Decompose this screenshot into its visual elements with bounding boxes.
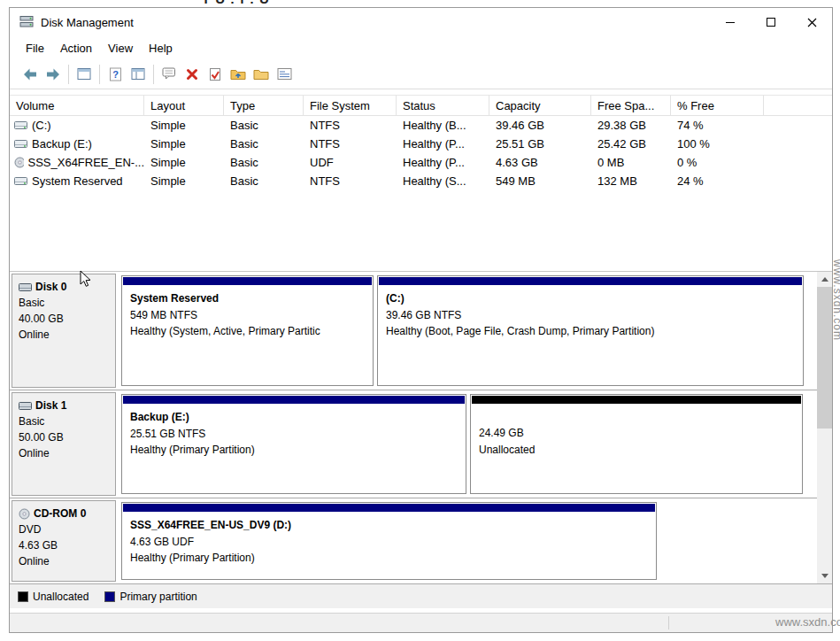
- volume-name: Backup (E:): [32, 137, 92, 151]
- title-bar: Disk Management: [10, 8, 832, 36]
- close-icon: [807, 18, 817, 27]
- legend-unallocated: Unallocated: [18, 591, 89, 603]
- partition-color-strip: [379, 277, 802, 285]
- app-icon: [19, 14, 34, 31]
- column-header-type[interactable]: Type: [224, 96, 304, 115]
- disk-1-partitions: Backup (E:) 25.51 GB NTFS Healthy (Prima…: [118, 390, 817, 498]
- cdrom-0-info[interactable]: CD-ROM 0 DVD 4.63 GB Online: [12, 500, 116, 582]
- layout-cell: Simple: [144, 137, 224, 151]
- status-bar-separator: [668, 616, 669, 629]
- maximize-button[interactable]: [751, 8, 791, 36]
- column-header-filler: [764, 96, 832, 115]
- folder-icon: [253, 67, 269, 81]
- scrollbar-thumb[interactable]: [817, 287, 832, 429]
- legend-bar: Unallocated Primary partition: [10, 583, 832, 608]
- status-cell: Healthy (P...: [397, 156, 489, 169]
- menu-file[interactable]: File: [18, 38, 52, 58]
- disk-status: Online: [19, 445, 109, 461]
- svg-text:?: ?: [112, 69, 119, 80]
- window-controls: [710, 8, 832, 36]
- disk-1-info[interactable]: Disk 1 Basic 50.00 GB Online: [12, 392, 116, 496]
- delete-button[interactable]: [181, 63, 204, 86]
- pct-free-cell: 0 %: [671, 156, 764, 169]
- pct-free-cell: 100 %: [671, 137, 764, 151]
- forward-button[interactable]: [42, 63, 65, 86]
- page: { "page": { "watermark_side": "www.sxdn.…: [0, 0, 840, 641]
- layout-cell: Simple: [144, 156, 224, 169]
- partition-status: Healthy (Boot, Page File, Crash Dump, Pr…: [386, 323, 795, 340]
- layout-cell: Simple: [144, 119, 224, 132]
- column-header-free-space[interactable]: Free Spa...: [591, 96, 671, 115]
- minimize-button[interactable]: [710, 8, 751, 36]
- scroll-down-button[interactable]: [817, 568, 832, 583]
- disk-icon: [19, 401, 32, 411]
- vertical-scrollbar[interactable]: [817, 272, 832, 583]
- partition-status: Unallocated: [479, 442, 794, 459]
- volume-row-backup-e[interactable]: Backup (E:) Simple Basic NTFS Healthy (P…: [10, 135, 832, 153]
- arrow-up-icon: [821, 277, 828, 282]
- volume-name-cell: (C:): [10, 119, 144, 132]
- partition-text: SSS_X64FREE_EN-US_DV9 (D:) 4.63 GB UDF H…: [122, 513, 656, 571]
- action-menu-button[interactable]: [158, 63, 181, 86]
- help-button[interactable]: ?: [104, 63, 127, 86]
- disk-0-row: Disk 0 Basic 40.00 GB Online System Rese…: [10, 272, 817, 390]
- menu-view[interactable]: View: [100, 38, 141, 58]
- partition-c[interactable]: (C:) 39.46 GB NTFS Healthy (Boot, Page F…: [377, 275, 804, 386]
- menu-help[interactable]: Help: [141, 38, 181, 58]
- disk-name-label: CD-ROM 0: [34, 506, 86, 521]
- disk-size: 40.00 GB: [19, 311, 109, 327]
- volume-row-dvd[interactable]: SSS_X64FREE_EN-... Simple Basic UDF Heal…: [10, 153, 832, 172]
- folder-button[interactable]: [250, 63, 273, 86]
- volume-row-c[interactable]: (C:) Simple Basic NTFS Healthy (B... 39.…: [10, 116, 832, 135]
- cd-icon: [14, 157, 24, 168]
- column-header-status[interactable]: Status: [397, 96, 489, 115]
- folder-up-button[interactable]: [227, 63, 250, 86]
- partition-unallocated[interactable]: 24.49 GB Unallocated: [470, 394, 803, 494]
- disk-status: Online: [19, 327, 109, 343]
- partition-text: System Reserved 549 MB NTFS Healthy (Sys…: [122, 286, 373, 344]
- disk-1-row: Disk 1 Basic 50.00 GB Online Backup (E:)…: [10, 390, 817, 498]
- disk-0-info[interactable]: Disk 0 Basic 40.00 GB Online: [12, 274, 116, 388]
- column-header-volume[interactable]: Volume: [10, 96, 144, 115]
- partition-system-reserved[interactable]: System Reserved 549 MB NTFS Healthy (Sys…: [121, 275, 374, 386]
- red-x-icon: [186, 68, 198, 81]
- column-header-layout[interactable]: Layout: [144, 96, 224, 115]
- properties-button[interactable]: [273, 63, 296, 86]
- minimize-icon: [726, 22, 735, 23]
- legend-label: Unallocated: [33, 591, 89, 603]
- column-header-pct-free[interactable]: % Free: [671, 96, 764, 115]
- menu-action[interactable]: Action: [52, 38, 100, 58]
- partition-color-strip: [123, 277, 372, 285]
- scroll-up-button[interactable]: [817, 272, 832, 287]
- file-system-cell: UDF: [304, 156, 397, 169]
- disk-name-label: Disk 0: [35, 279, 66, 295]
- show-console-tree-button[interactable]: [127, 63, 150, 86]
- type-cell: Basic: [224, 119, 304, 132]
- type-cell: Basic: [224, 156, 304, 169]
- drive-icon: [14, 139, 27, 149]
- check-document-icon: [208, 67, 222, 81]
- file-system-cell: NTFS: [304, 119, 397, 132]
- back-button[interactable]: [19, 63, 42, 86]
- partition-dvd-d[interactable]: SSS_X64FREE_EN-US_DV9 (D:) 4.63 GB UDF H…: [121, 502, 657, 580]
- toolbar: ?: [10, 59, 832, 89]
- partition-title: Backup (E:): [130, 409, 458, 426]
- check-disk-button[interactable]: [204, 63, 227, 86]
- cdrom-0-partitions: SSS_X64FREE_EN-US_DV9 (D:) 4.63 GB UDF H…: [118, 498, 817, 583]
- partition-status: Healthy (System, Active, Primary Partiti…: [130, 323, 365, 340]
- partition-backup-e[interactable]: Backup (E:) 25.51 GB NTFS Healthy (Prima…: [121, 394, 466, 494]
- watermark-bottom: www.sxdn.com: [775, 615, 840, 629]
- toolbar-separator: [153, 65, 154, 84]
- partition-size: 25.51 GB NTFS: [130, 426, 458, 443]
- disk-rows: Disk 0 Basic 40.00 GB Online System Rese…: [10, 272, 817, 583]
- toolbar-separator: [99, 65, 100, 84]
- file-system-cell: NTFS: [304, 174, 397, 188]
- column-header-capacity[interactable]: Capacity: [489, 96, 591, 115]
- console-window-button[interactable]: [73, 63, 96, 86]
- disk-kind: DVD: [19, 521, 109, 537]
- disk-name-label: Disk 1: [35, 398, 66, 413]
- volume-row-system-reserved[interactable]: System Reserved Simple Basic NTFS Health…: [10, 172, 832, 190]
- column-header-file-system[interactable]: File System: [304, 96, 397, 115]
- close-button[interactable]: [791, 8, 832, 36]
- drive-icon: [14, 120, 27, 130]
